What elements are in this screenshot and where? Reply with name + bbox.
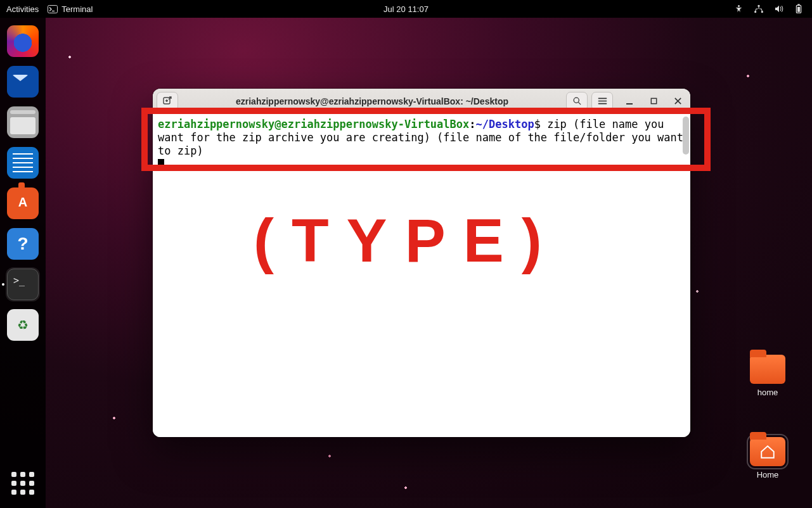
svg-rect-8 (797, 7, 800, 12)
terminal-icon (48, 5, 58, 13)
dock-item-writer[interactable] (6, 146, 40, 180)
svg-point-10 (574, 98, 579, 103)
prompt-separator: : (469, 118, 475, 130)
files-icon (7, 106, 39, 138)
hamburger-menu-button[interactable] (591, 92, 613, 111)
software-icon (7, 187, 39, 219)
active-app-indicator[interactable]: Terminal (48, 4, 93, 14)
show-applications-button[interactable] (6, 466, 40, 500)
dock-item-terminal[interactable] (6, 267, 40, 302)
svg-point-2 (738, 5, 740, 7)
scrollbar-thumb[interactable] (683, 117, 689, 155)
dock: ? (0, 18, 46, 508)
terminal-viewport[interactable]: ezriahzippernowsky@ezriahzippernowsky-Vi… (153, 114, 690, 437)
desktop-folder-home[interactable]: home (742, 355, 793, 397)
maximize-button[interactable] (645, 92, 662, 110)
volume-icon[interactable] (774, 4, 784, 13)
svg-point-4 (754, 11, 756, 13)
firefox-icon (7, 25, 39, 57)
activities-button[interactable]: Activities (6, 4, 39, 14)
svg-rect-0 (48, 5, 58, 13)
desktop-home-label: Home (742, 470, 793, 479)
desktop-home-dir[interactable]: Home (742, 437, 793, 479)
clock[interactable]: Jul 20 11:07 (383, 4, 429, 14)
prompt-symbol: $ (534, 118, 541, 130)
new-tab-button[interactable] (157, 92, 178, 111)
trash-icon (7, 309, 39, 341)
battery-icon[interactable] (794, 4, 803, 14)
svg-point-3 (757, 5, 759, 7)
terminal-prompt-line: ezriahzippernowsky@ezriahzippernowsky-Vi… (158, 118, 683, 157)
desktop-folder-label: home (742, 388, 793, 397)
dock-item-firefox[interactable] (6, 24, 40, 58)
thunderbird-icon (7, 66, 39, 98)
svg-rect-7 (797, 4, 799, 5)
home-folder-icon (750, 437, 785, 466)
dock-item-thunderbird[interactable] (6, 65, 40, 99)
svg-point-5 (761, 11, 763, 13)
minimize-button[interactable] (621, 92, 638, 110)
writer-icon (7, 147, 39, 179)
window-title: ezriahzippernowsky@ezriahzippernowsky-Vi… (182, 96, 562, 106)
network-icon[interactable] (754, 4, 764, 13)
dock-item-trash[interactable] (6, 308, 40, 342)
active-app-label: Terminal (61, 4, 93, 14)
window-titlebar[interactable]: ezriahzippernowsky@ezriahzippernowsky-Vi… (153, 89, 690, 114)
prompt-path: ~/Desktop (476, 118, 534, 130)
svg-rect-16 (651, 98, 656, 103)
svg-line-11 (578, 102, 581, 105)
top-bar: Activities Terminal Jul 20 11:07 (0, 0, 812, 18)
folder-icon (750, 355, 785, 384)
dock-item-help[interactable]: ? (6, 227, 40, 261)
prompt-user: ezriahzippernowsky@ezriahzippernowsky-Vi… (158, 118, 469, 130)
close-button[interactable] (669, 92, 686, 110)
terminal-cursor (158, 159, 164, 170)
terminal-window: ezriahzippernowsky@ezriahzippernowsky-Vi… (153, 89, 690, 437)
dock-item-files[interactable] (6, 105, 40, 139)
dock-item-software[interactable] (6, 186, 40, 220)
accessibility-icon[interactable] (734, 4, 744, 14)
search-button[interactable] (566, 92, 588, 111)
terminal-dock-icon (7, 269, 39, 300)
help-icon: ? (7, 228, 39, 260)
